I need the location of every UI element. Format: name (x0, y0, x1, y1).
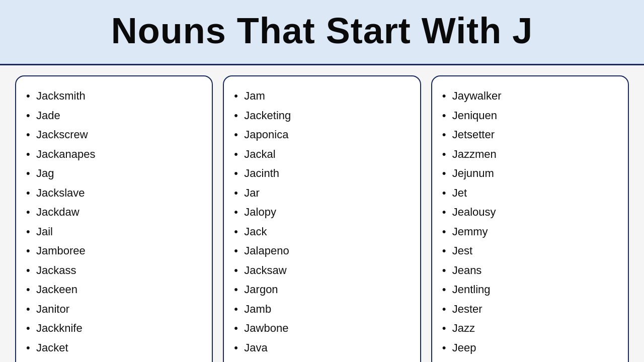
list-col3: JaywalkerJeniquenJetsetterJazzmenJejunum… (447, 86, 618, 362)
list-item: Jacksmith (31, 86, 202, 106)
list-item: Jealousy (447, 203, 618, 222)
list-item: Jackslave (31, 184, 202, 203)
list-item: Jeniquen (447, 106, 618, 126)
list-item: Jester (447, 300, 618, 319)
list-item: Jeans (447, 261, 618, 281)
list-item: Jersey (447, 357, 618, 362)
list-item: Jet (447, 184, 618, 203)
page-title: Nouns That Start With J (20, 10, 624, 51)
list-item: Jeep (447, 338, 618, 358)
list-item: Jest (447, 241, 618, 261)
list-item: Jacksaw (239, 261, 410, 281)
list-item: Jacketing (239, 106, 410, 126)
list-item: Jalopy (239, 203, 410, 222)
list-item: Janitor (31, 300, 202, 319)
page-header: Nouns That Start With J (0, 0, 644, 65)
column-2: JamJacketingJaponicaJackalJacinthJarJalo… (223, 75, 421, 362)
list-item: Jackass (31, 261, 202, 281)
list-item: Jejunum (447, 164, 618, 184)
list-col1: JacksmithJadeJackscrewJackanapesJagJacks… (31, 86, 202, 362)
list-item: Jackdaw (31, 203, 202, 222)
list-item: Jazz (447, 319, 618, 338)
list-item: Jaywalker (447, 86, 618, 106)
list-item: Jalapeno (239, 241, 410, 261)
list-item: Jackeen (31, 280, 202, 300)
list-item: Jasper (239, 357, 410, 362)
list-item: Jamb (239, 300, 410, 319)
list-item: Jetsetter (447, 125, 618, 145)
list-item: Jam (239, 86, 410, 106)
list-item: Jamboree (31, 241, 202, 261)
column-1: JacksmithJadeJackscrewJackanapesJagJacks… (15, 75, 213, 362)
list-item: Jawbone (239, 319, 410, 338)
list-item: Jackscrew (31, 125, 202, 145)
list-item: Jackal (239, 145, 410, 164)
list-item: Jacket (31, 338, 202, 358)
list-item: Jail (31, 222, 202, 242)
list-item: Jargon (239, 280, 410, 300)
list-item: Jemmy (447, 222, 618, 242)
list-item: Jack (239, 222, 410, 242)
main-content: JacksmithJadeJackscrewJackanapesJagJacks… (0, 65, 644, 362)
list-item: Jackanapes (31, 145, 202, 164)
list-item: Java (239, 338, 410, 358)
list-item: Jazzmen (447, 145, 618, 164)
list-item: Jar (239, 184, 410, 203)
column-3: JaywalkerJeniquenJetsetterJazzmenJejunum… (431, 75, 629, 362)
list-col2: JamJacketingJaponicaJackalJacinthJarJalo… (239, 86, 410, 362)
list-item: Jackknife (31, 319, 202, 338)
list-item: Jag (31, 164, 202, 184)
list-item: Jade (31, 106, 202, 126)
list-item: Jentling (447, 280, 618, 300)
list-item: Jape (31, 357, 202, 362)
list-item: Japonica (239, 125, 410, 145)
list-item: Jacinth (239, 164, 410, 184)
